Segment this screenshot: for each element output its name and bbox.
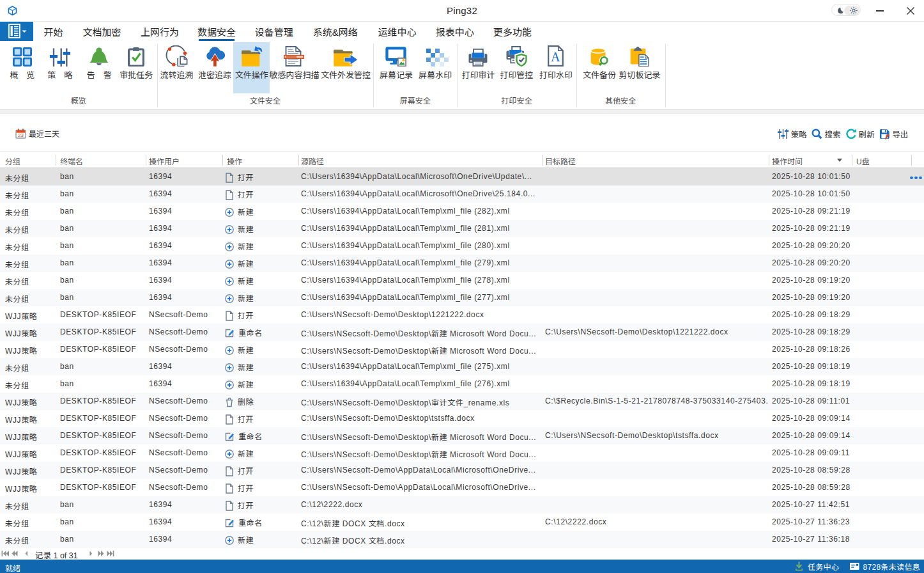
svg-text:A: A <box>551 50 560 64</box>
svg-text:23: 23 <box>18 132 24 138</box>
